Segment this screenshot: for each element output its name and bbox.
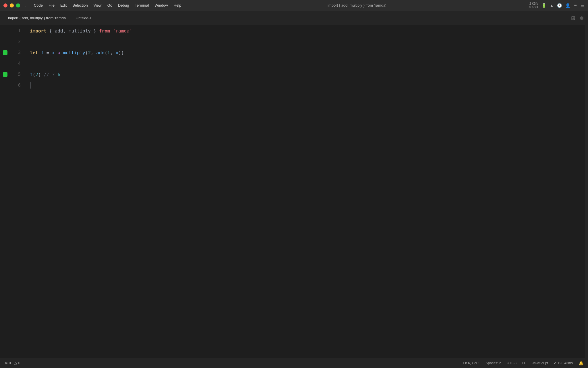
var-x: x	[52, 50, 55, 55]
wifi-icon: ▲	[550, 3, 554, 8]
language-status[interactable]: JavaScript	[532, 361, 548, 365]
gutter-line-5[interactable]	[0, 69, 10, 80]
paren2: (	[105, 50, 107, 55]
menu-code[interactable]: Code	[31, 2, 46, 9]
result-value: 6	[57, 72, 60, 77]
comma2: ,	[110, 50, 115, 55]
line-ending-status[interactable]: LF	[522, 361, 526, 365]
gutter-line-6	[0, 80, 10, 91]
space-l3	[49, 50, 52, 55]
menu-file[interactable]: File	[46, 2, 57, 9]
errors-status[interactable]: ⊗ 0	[5, 361, 11, 365]
close-button[interactable]	[3, 3, 7, 7]
menu-selection[interactable]: Selection	[69, 2, 90, 9]
comma1: ,	[91, 50, 96, 55]
notification-icon[interactable]: 🔔	[579, 361, 583, 365]
gutter-line-3[interactable]	[0, 47, 10, 58]
code-line-4	[30, 58, 581, 69]
menu-edit[interactable]: Edit	[57, 2, 69, 9]
breakpoint-gutter	[0, 25, 10, 358]
line-col: Ln 6, Col 1	[463, 361, 480, 365]
arrow-op: ⇒	[57, 50, 60, 55]
code-line-1: import { add, multiply } from 'ramda'	[30, 25, 581, 36]
code-line-2	[30, 36, 581, 47]
breakpoint-3[interactable]	[3, 50, 7, 55]
call-close-paren: )	[38, 72, 41, 77]
gutter-line-4	[0, 58, 10, 69]
spaces-status[interactable]: Spaces: 2	[486, 361, 501, 365]
error-count: 0	[9, 361, 11, 365]
scrollbar[interactable]	[585, 25, 588, 358]
more-icon: •••	[574, 3, 577, 7]
window-title-area: import { add, multiply } from 'ramda'	[184, 3, 530, 7]
var-f: f	[41, 50, 44, 55]
space-c1	[41, 72, 44, 77]
net-up: 2 KB/s	[529, 2, 538, 5]
open-brace: {	[49, 28, 52, 34]
import-keyword: import	[30, 28, 47, 34]
battery-icon: 🔋	[541, 3, 546, 8]
menu-debug[interactable]: Debug	[115, 2, 132, 9]
menu-help[interactable]: Help	[171, 2, 184, 9]
space6	[110, 28, 113, 34]
menu-terminal[interactable]: Terminal	[132, 2, 152, 9]
code-line-5: f ( 2 ) // ? 6	[30, 69, 581, 80]
comment-slash: // ?	[44, 72, 55, 77]
spaces: Spaces: 2	[486, 361, 501, 365]
timing: ✔ 198.43ms	[554, 361, 573, 365]
line-ending: LF	[522, 361, 526, 365]
tab-label: import { add, multiply } from 'ramda'	[8, 16, 67, 20]
list-icon: ☰	[581, 3, 585, 8]
menu-window[interactable]: Window	[152, 2, 171, 9]
warning-count: 0	[18, 361, 20, 365]
line-col-status[interactable]: Ln 6, Col 1	[463, 361, 480, 365]
menu-view[interactable]: View	[91, 2, 105, 9]
space1	[47, 28, 49, 34]
apple-icon: 	[25, 3, 26, 8]
line-num-2: 2	[10, 36, 25, 47]
menu-go[interactable]: Go	[105, 2, 115, 9]
line-num-1: 1	[10, 25, 25, 36]
code-line-3: let f = x ⇒ multiply ( 2 , add ( 1 , x )…	[30, 47, 581, 58]
space-l2	[44, 50, 47, 55]
line-numbers: 1 2 3 4 5 6	[10, 25, 25, 358]
statusbar: ⊗ 0 △ 0 Ln 6, Col 1 Spaces: 2 UTF-8 LF J…	[0, 358, 588, 368]
network-speed: 2 KB/s 0 KB/s	[529, 2, 538, 9]
maximize-button[interactable]	[16, 3, 20, 7]
space3	[66, 28, 69, 34]
status-left: ⊗ 0 △ 0	[5, 361, 20, 365]
error-icon: ⊗	[5, 361, 8, 365]
split-editor-icon[interactable]: ⊞	[571, 15, 575, 21]
menubar-right: 2 KB/s 0 KB/s 🔋 ▲ 🕐 👤 ••• ☰	[529, 2, 585, 9]
tab-main[interactable]: import { add, multiply } from 'ramda'	[5, 14, 70, 22]
line-num-6: 6	[10, 80, 25, 91]
encoding-status[interactable]: UTF-8	[507, 361, 517, 365]
breakpoint-5[interactable]	[3, 72, 7, 77]
user-icon: 👤	[565, 3, 570, 8]
window-title: import { add, multiply } from 'ramda'	[328, 3, 386, 7]
timing-status[interactable]: ✔ 198.43ms	[554, 361, 573, 365]
line-num-3: 3	[10, 47, 25, 58]
minimize-button[interactable]	[10, 3, 14, 7]
dot-icon	[580, 16, 583, 20]
warning-icon: △	[14, 361, 17, 365]
call-f: f	[30, 72, 33, 77]
code-content[interactable]: import { add, multiply } from 'ramda' le…	[25, 25, 585, 358]
warnings-status[interactable]: △ 0	[14, 361, 20, 365]
space-c2	[55, 72, 58, 77]
num-2: 2	[88, 50, 91, 55]
space4	[91, 28, 94, 34]
equals: =	[47, 50, 49, 55]
tab-secondary[interactable]: Untitled-1	[72, 14, 95, 22]
line-num-5: 5	[10, 69, 25, 80]
paren1: (	[85, 50, 88, 55]
line-num-4: 4	[10, 58, 25, 69]
space-l1	[38, 50, 41, 55]
var-x2: x	[116, 50, 119, 55]
cursor	[30, 82, 30, 89]
space-l4	[55, 50, 58, 55]
space5	[96, 28, 99, 34]
close-brace: }	[94, 28, 96, 34]
clock-icon: 🕐	[557, 3, 562, 8]
menubar:  Code File Edit Selection View Go Debug…	[0, 0, 588, 11]
